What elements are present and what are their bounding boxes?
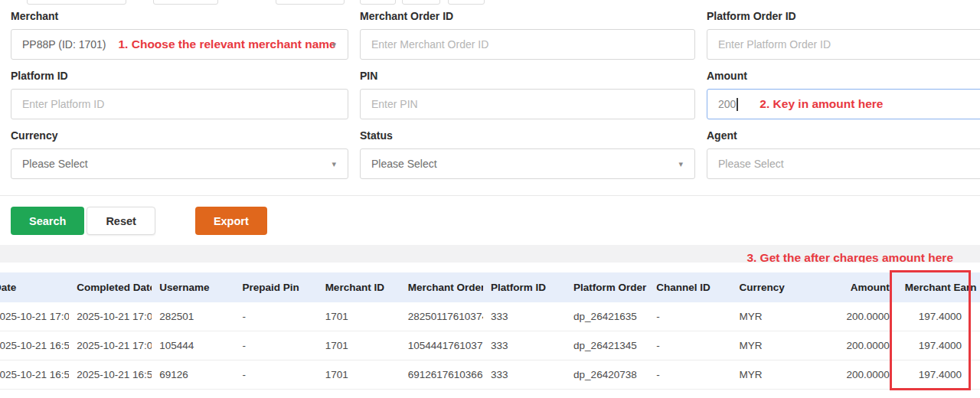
merchant-select[interactable]: PP88P (ID: 1701) 1. Choose the relevant …	[11, 29, 348, 60]
field-platform-id: Platform ID	[11, 60, 348, 119]
cutoff-input-box	[153, 0, 218, 5]
table-cell: 2025-10-21 17:00:15	[69, 331, 152, 360]
column-header: Merchant Earn	[897, 272, 980, 302]
table-cell: 2025-10-21 17:03:39	[0, 302, 69, 331]
text-cursor	[737, 98, 738, 111]
results-table: DateCompleted DateUsernamePrepaid PinMer…	[0, 272, 980, 390]
cutoff-input-box	[402, 0, 440, 5]
platform-order-id-label: Platform Order ID	[707, 10, 980, 22]
table-cell: 1054441761037162	[400, 331, 483, 360]
status-select[interactable]: Please Select ▾	[360, 148, 695, 179]
status-label: Status	[360, 129, 695, 142]
table-cell: 2025-10-21 16:51:39	[69, 360, 152, 390]
filter-form: Merchant PP88P (ID: 1701) 1. Choose the …	[0, 0, 980, 179]
table-cell: 1701	[318, 331, 400, 360]
platform-id-box	[11, 89, 348, 119]
pin-input[interactable]	[371, 98, 684, 110]
search-button[interactable]: Search	[11, 207, 84, 235]
amount-value: 200	[718, 98, 736, 110]
table-cell: -	[648, 360, 731, 390]
field-amount: Amount 200 2. Key in amount here	[707, 60, 980, 119]
chevron-down-icon: ▾	[332, 40, 336, 50]
table-row: 2025-10-21 16:59:302025-10-21 17:00:1510…	[0, 331, 980, 360]
table-cell: 200.0000	[815, 360, 897, 390]
agent-select[interactable]: Please Select ▾	[707, 148, 980, 179]
export-button[interactable]: Export	[195, 207, 267, 235]
table-cell: 282501	[152, 302, 234, 331]
field-currency: Currency Please Select ▾	[11, 119, 348, 179]
merchant-label: Merchant	[11, 10, 348, 22]
table-cell: 333	[483, 360, 566, 390]
platform-id-label: Platform ID	[11, 70, 348, 82]
results-section: DateCompleted DateUsernamePrepaid PinMer…	[0, 263, 980, 390]
table-cell: 197.4000	[897, 360, 980, 390]
field-pin: PIN	[360, 60, 695, 119]
table-cell: -	[234, 360, 317, 390]
field-agent: Agent Please Select ▾	[707, 119, 980, 179]
amount-input[interactable]: 200 2. Key in amount here	[707, 89, 980, 119]
table-cell: 2025-10-21 17:04:32	[69, 302, 152, 331]
table-row: 2025-10-21 16:50:592025-10-21 16:51:3969…	[0, 360, 980, 390]
table-cell: 200.0000	[815, 302, 897, 331]
column-header: Platform Order ID	[566, 272, 648, 302]
cutoff-input-box	[27, 0, 126, 5]
table-cell: 200.0000	[815, 331, 897, 360]
table-cell: 105444	[152, 331, 234, 360]
table-cell: -	[648, 302, 731, 331]
chevron-down-icon: ▾	[678, 159, 683, 169]
table-header: DateCompleted DateUsernamePrepaid PinMer…	[0, 272, 980, 302]
platform-id-input[interactable]	[22, 98, 337, 110]
table-cell: 1701	[318, 302, 400, 331]
currency-label: Currency	[11, 129, 348, 142]
column-header: Merchant ID	[318, 272, 400, 302]
cutoff-input-box	[448, 0, 485, 5]
table-cell: -	[234, 302, 317, 331]
field-platform-order-id: Platform Order ID	[707, 0, 980, 60]
column-header: Amount	[815, 272, 897, 302]
chevron-down-icon: ▾	[332, 159, 336, 169]
table-cell: 333	[483, 302, 566, 331]
merchant-value: PP88P (ID: 1701)	[22, 38, 106, 51]
merchant-order-id-label: Merchant Order ID	[360, 10, 695, 22]
column-header: Prepaid Pin	[234, 272, 317, 302]
column-header: Platform ID	[483, 272, 566, 302]
cutoff-input-box	[360, 0, 396, 5]
column-header: Merchant Order ID	[400, 272, 483, 302]
table-header-row: DateCompleted DateUsernamePrepaid PinMer…	[0, 272, 980, 302]
table-cell: -	[648, 331, 731, 360]
currency-value: Please Select	[22, 158, 88, 170]
action-bar: Search Reset Export	[11, 207, 980, 235]
status-value: Please Select	[371, 158, 437, 170]
agent-label: Agent	[707, 129, 980, 142]
table-body: 2025-10-21 17:03:392025-10-21 17:04:3228…	[0, 302, 980, 390]
platform-order-id-box	[707, 29, 980, 60]
annotation-step1: 1. Choose the relevant merchant name	[118, 38, 335, 51]
column-header: Date	[0, 272, 69, 302]
field-status: Status Please Select ▾	[360, 119, 695, 179]
section-divider	[0, 195, 980, 196]
pin-label: PIN	[360, 70, 695, 82]
table-cell: 69126	[152, 360, 234, 390]
platform-order-id-input[interactable]	[718, 38, 980, 51]
table-cell: -	[234, 331, 317, 360]
page: Merchant PP88P (ID: 1701) 1. Choose the …	[0, 0, 980, 398]
field-merchant-order-id: Merchant Order ID	[360, 0, 695, 60]
column-header: Completed Date	[69, 272, 152, 302]
field-merchant: Merchant PP88P (ID: 1701) 1. Choose the …	[11, 0, 348, 60]
reset-button[interactable]: Reset	[87, 207, 155, 235]
table-cell: MYR	[731, 360, 814, 390]
table-cell: 197.4000	[897, 331, 980, 360]
table-cell: 333	[483, 331, 566, 360]
table-cell: 2825011761037412	[400, 302, 483, 331]
merchant-order-id-box	[360, 29, 695, 60]
currency-select[interactable]: Please Select ▾	[11, 148, 348, 179]
cutoff-input-box	[276, 0, 345, 5]
table-clip: DateCompleted DateUsernamePrepaid PinMer…	[0, 272, 980, 390]
table-cell: dp_26421345	[566, 331, 648, 360]
column-header: Currency	[731, 272, 814, 302]
amount-label: Amount	[707, 70, 980, 82]
merchant-order-id-input[interactable]	[371, 38, 684, 51]
table-cell: 691261761036651	[400, 360, 483, 390]
column-header: Username	[152, 272, 234, 302]
column-header: Channel ID	[648, 272, 731, 302]
